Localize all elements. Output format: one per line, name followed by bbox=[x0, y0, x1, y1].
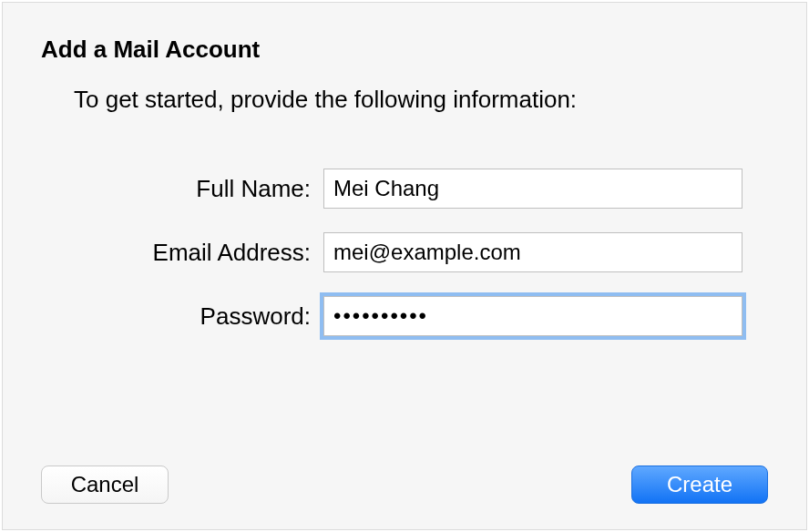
email-label: Email Address: bbox=[41, 239, 323, 267]
password-input[interactable]: •••••••••• bbox=[323, 296, 742, 336]
password-row: Password: •••••••••• bbox=[41, 296, 768, 336]
email-row: Email Address: bbox=[41, 232, 768, 272]
create-button[interactable]: Create bbox=[631, 466, 768, 504]
full-name-label: Full Name: bbox=[41, 175, 323, 203]
dialog-title: Add a Mail Account bbox=[41, 36, 768, 64]
dialog-buttons: Cancel Create bbox=[41, 466, 768, 504]
account-form: Full Name: Email Address: Password: ••••… bbox=[41, 169, 768, 336]
password-label: Password: bbox=[41, 302, 323, 331]
dialog-subtitle: To get started, provide the following in… bbox=[74, 86, 768, 114]
full-name-input[interactable] bbox=[323, 169, 742, 209]
email-input[interactable] bbox=[323, 232, 742, 272]
cancel-button[interactable]: Cancel bbox=[41, 466, 169, 504]
full-name-row: Full Name: bbox=[41, 169, 768, 209]
add-mail-account-dialog: Add a Mail Account To get started, provi… bbox=[2, 2, 807, 530]
